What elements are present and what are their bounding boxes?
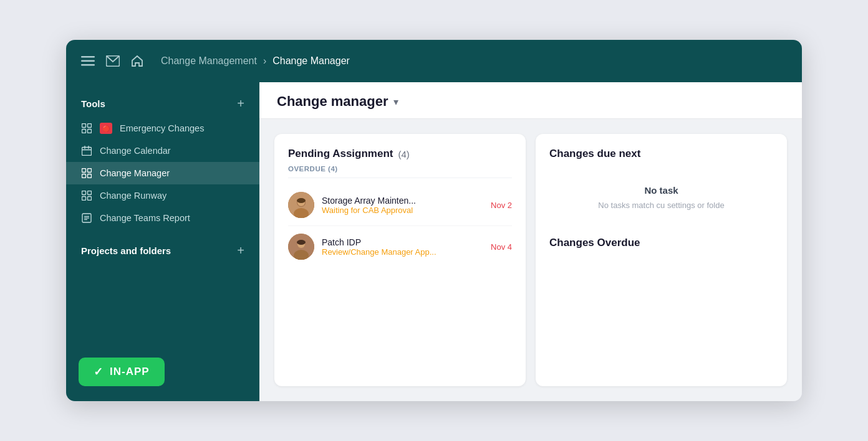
task-item-1[interactable]: Storage Array Mainten... Waiting for CAB… bbox=[288, 184, 512, 226]
grid-icon-2 bbox=[81, 168, 92, 179]
task1-date: Nov 2 bbox=[491, 201, 512, 210]
task2-status: Review/Change Manager App... bbox=[322, 247, 483, 257]
task-item-2[interactable]: Patch IDP Review/Change Manager App... N… bbox=[288, 226, 512, 267]
content-title: Change manager bbox=[277, 93, 388, 110]
svg-rect-6 bbox=[82, 130, 86, 133]
dropdown-icon[interactable]: ▾ bbox=[393, 96, 398, 108]
task1-status: Waiting for CAB Approval bbox=[322, 206, 483, 215]
card1-section-label: OVERDUE (4) bbox=[288, 165, 512, 178]
svg-rect-18 bbox=[82, 197, 86, 201]
cards-area: Pending Assignment (4) OVERDUE (4) bbox=[259, 119, 802, 401]
sidebar: Tools + 🔴 Emergency Changes bbox=[66, 82, 259, 401]
projects-section-header: Projects and folders + bbox=[66, 234, 259, 262]
task-info-2: Patch IDP Review/Change Manager App... bbox=[322, 237, 483, 257]
sidebar-item-emergency-changes[interactable]: 🔴 Emergency Changes bbox=[66, 117, 259, 140]
svg-rect-19 bbox=[88, 197, 92, 201]
mail-icon[interactable] bbox=[106, 55, 120, 67]
svg-rect-7 bbox=[88, 130, 92, 133]
calendar-icon bbox=[81, 145, 92, 156]
in-app-label: IN-APP bbox=[110, 366, 150, 378]
sidebar-item-change-calendar[interactable]: Change Calendar bbox=[66, 140, 259, 162]
svg-rect-15 bbox=[88, 174, 92, 178]
changes-overdue-title: Changes Overdue bbox=[549, 237, 773, 249]
report-icon bbox=[81, 212, 92, 224]
emergency-badge: 🔴 bbox=[100, 123, 112, 134]
tools-section-header: Tools + bbox=[66, 97, 259, 117]
svg-rect-2 bbox=[81, 64, 95, 66]
sidebar-item-change-runway[interactable]: Change Runway bbox=[66, 184, 259, 207]
check-icon: ✓ bbox=[94, 365, 104, 379]
content-area: Change manager ▾ Pending Assignment (4) … bbox=[259, 82, 802, 401]
avatar-img-1 bbox=[288, 192, 314, 218]
svg-rect-4 bbox=[82, 124, 86, 128]
sidebar-item-manager-label: Change Manager bbox=[100, 168, 170, 178]
svg-point-31 bbox=[297, 240, 306, 245]
svg-rect-8 bbox=[82, 148, 92, 156]
card1-count: (4) bbox=[398, 149, 409, 159]
avatar-1 bbox=[288, 192, 314, 218]
sidebar-item-calendar-label: Change Calendar bbox=[100, 146, 171, 156]
avatar-2 bbox=[288, 234, 314, 260]
no-tasks-title: No task bbox=[549, 185, 773, 196]
in-app-badge: ✓ IN-APP bbox=[79, 358, 165, 386]
task2-name: Patch IDP bbox=[322, 237, 483, 247]
menu-icon[interactable] bbox=[81, 56, 95, 66]
svg-rect-1 bbox=[81, 60, 95, 62]
top-nav: Change Management › Change Manager bbox=[66, 40, 802, 82]
no-tasks-section: No task No tasks match cu settings or fo… bbox=[549, 173, 773, 224]
svg-rect-12 bbox=[82, 169, 86, 173]
sidebar-item-emergency-label: Emergency Changes bbox=[120, 123, 204, 133]
breadcrumb-change-manager: Change Manager bbox=[272, 55, 350, 67]
svg-rect-0 bbox=[81, 56, 95, 58]
svg-rect-17 bbox=[88, 191, 92, 195]
task-info-1: Storage Array Mainten... Waiting for CAB… bbox=[322, 196, 483, 215]
sidebar-item-change-manager[interactable]: Change Manager bbox=[66, 162, 259, 184]
task2-date: Nov 4 bbox=[491, 242, 512, 252]
grid-icon-3 bbox=[81, 190, 92, 201]
avatar-img-2 bbox=[288, 234, 314, 260]
no-tasks-desc: No tasks match cu settings or folde bbox=[549, 199, 773, 212]
sidebar-item-runway-label: Change Runway bbox=[100, 191, 166, 201]
main-body: Tools + 🔴 Emergency Changes bbox=[66, 82, 802, 401]
card2-title: Changes due next bbox=[549, 148, 773, 160]
svg-rect-13 bbox=[88, 169, 92, 173]
breadcrumb-change-management[interactable]: Change Management bbox=[161, 55, 257, 67]
svg-rect-16 bbox=[82, 191, 86, 195]
grid-icon bbox=[81, 123, 92, 134]
tools-label: Tools bbox=[81, 98, 105, 109]
breadcrumb: Change Management › Change Manager bbox=[161, 55, 350, 67]
app-window: Change Management › Change Manager Tools… bbox=[66, 40, 802, 401]
content-header: Change manager ▾ bbox=[259, 82, 802, 119]
changes-due-card: Changes due next No task No tasks match … bbox=[536, 134, 787, 386]
svg-rect-14 bbox=[82, 174, 86, 178]
projects-add-button[interactable]: + bbox=[237, 244, 244, 257]
tools-add-button[interactable]: + bbox=[237, 97, 244, 110]
breadcrumb-separator: › bbox=[263, 55, 266, 67]
svg-point-28 bbox=[297, 198, 306, 203]
pending-assignment-card: Pending Assignment (4) OVERDUE (4) bbox=[274, 134, 526, 386]
projects-label: Projects and folders bbox=[81, 245, 171, 256]
home-icon[interactable] bbox=[131, 55, 143, 67]
sidebar-item-change-teams-report[interactable]: Change Teams Report bbox=[66, 207, 259, 229]
sidebar-item-teams-report-label: Change Teams Report bbox=[100, 213, 190, 223]
card1-title: Pending Assignment bbox=[288, 148, 393, 160]
task1-name: Storage Array Mainten... bbox=[322, 196, 483, 206]
svg-rect-5 bbox=[88, 124, 92, 128]
card1-header: Pending Assignment (4) bbox=[288, 148, 512, 160]
